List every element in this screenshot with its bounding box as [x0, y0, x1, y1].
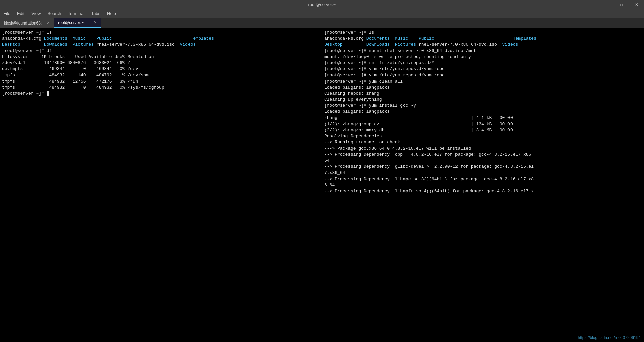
- menu-item-terminal[interactable]: Terminal: [65, 9, 88, 18]
- command: vim /etc/yum.repos.d/yum.repo: [366, 72, 445, 78]
- prompt: [root@server ~]#: [2, 30, 44, 35]
- menu-item-help[interactable]: Help: [104, 9, 119, 18]
- title-bar: root@server:~ ─ □ ✕: [0, 0, 644, 9]
- terminal-line: [root@server ~]#: [2, 91, 320, 97]
- prompt: [root@server ~]#: [324, 60, 366, 65]
- terminal-line: tmpfs 484932 140 484792 1% /dev/shm: [2, 72, 320, 78]
- terminal-line: mount: /dev/loop0 is write-protected, mo…: [324, 54, 642, 60]
- terminals-container: [root@server ~]# lsanaconda-ks.cfg Docum…: [0, 28, 644, 342]
- command: ls: [44, 30, 52, 35]
- terminal-panel-left[interactable]: [root@server ~]# lsanaconda-ks.cfg Docum…: [0, 28, 322, 342]
- directory-link: Downloads: [44, 42, 67, 47]
- command: df: [44, 48, 52, 53]
- terminal-line: anaconda-ks.cfg Documents Music Public T…: [2, 36, 320, 42]
- directory-link: Music: [73, 36, 86, 41]
- cursor: [47, 91, 49, 96]
- directory-link: Downloads: [366, 42, 390, 47]
- prompt: [root@server ~]#: [324, 72, 366, 78]
- terminal-content-right: [root@server ~]# lsanaconda-ks.cfg Docum…: [322, 28, 644, 342]
- menu-bar: FileEditViewSearchTerminalTabsHelp: [0, 9, 644, 18]
- prompt: [root@server ~]#: [324, 103, 366, 108]
- terminal-line: [root@server ~]# ls: [324, 30, 642, 36]
- directory-link: Pictures: [73, 42, 94, 47]
- terminal-line: Resolving Dependencies: [324, 133, 642, 139]
- directory-link: Pictures: [395, 42, 416, 47]
- command: ls: [366, 30, 374, 35]
- terminal-line: --> Processing Dependency: libmpfr.so.4(…: [324, 188, 642, 194]
- terminal-panel-right[interactable]: [root@server ~]# lsanaconda-ks.cfg Docum…: [322, 28, 644, 342]
- terminal-line: anaconda-ks.cfg Documents Music Public T…: [324, 36, 642, 42]
- terminal-line: Cleaning up everything: [324, 97, 642, 103]
- terminal-line: [root@server ~]# yum clean all: [324, 79, 642, 85]
- window-controls: ─ □ ✕: [599, 0, 644, 9]
- menu-item-file[interactable]: File: [0, 9, 14, 18]
- terminal-line: 64: [324, 158, 642, 164]
- tab-bar: kiosk@foundation68:~✕root@server:~✕: [0, 18, 644, 28]
- prompt: [root@server ~]#: [324, 66, 366, 71]
- terminal-line: [root@server ~]# rm -fr /etc/yum.repos.d…: [324, 60, 642, 66]
- terminal-line: --> Processing Dependency: cpp = 4.8.2-1…: [324, 152, 642, 158]
- terminal-line: [root@server ~]# yum install gcc -y: [324, 103, 642, 109]
- terminal-line: [root@server ~]# vim /etc/yum.repos.d/yu…: [324, 72, 642, 78]
- command: mount rhel-server-7.0-x86_64-dvd.iso /mn…: [366, 48, 476, 53]
- prompt: [root@server ~]#: [2, 48, 44, 53]
- command: [44, 91, 47, 96]
- tab-label-tab1: kiosk@foundation68:~: [4, 21, 44, 26]
- terminal-line: --> Processing Dependency: libmpc.so.3()…: [324, 176, 642, 182]
- directory-link: Music: [395, 36, 408, 41]
- terminal-line: zhang | 4.1 kB 00:00: [324, 115, 642, 121]
- terminal-line: Cleaning repos: zhang: [324, 91, 642, 97]
- terminal-line: devtmpfs 469344 0 469344 0% /dev: [2, 66, 320, 72]
- terminal-line: Filesystem 1K-blocks Used Available Use%…: [2, 54, 320, 60]
- directory-link: Videos: [180, 42, 196, 47]
- terminal-content-left: [root@server ~]# lsanaconda-ks.cfg Docum…: [0, 28, 322, 342]
- directory-link: Documents: [366, 36, 390, 41]
- minimize-button[interactable]: ─: [599, 0, 614, 9]
- terminal-line: --> Processing Dependency: glibc-devel >…: [324, 164, 642, 170]
- terminal-line: 7.x86_64: [324, 170, 642, 176]
- terminal-line: [root@server ~]# ls: [2, 30, 320, 36]
- terminal-line: tmpfs 484932 12756 472176 3% /run: [2, 79, 320, 85]
- prompt: [root@server ~]#: [324, 79, 366, 84]
- terminal-line: tmpfs 484932 0 484932 0% /sys/fs/cgroup: [2, 85, 320, 91]
- command: vim /etc/yum.repos.d/yum.repo: [366, 66, 445, 71]
- menu-item-edit[interactable]: Edit: [14, 9, 28, 18]
- tab-close-tab2[interactable]: ✕: [91, 20, 97, 25]
- terminal-line: Desktop Downloads Pictures rhel-server-7…: [2, 42, 320, 48]
- directory-link: Desktop: [324, 42, 343, 47]
- terminal-line: Loaded plugins: langpacks: [324, 85, 642, 91]
- tab-tab2[interactable]: root@server:~✕: [54, 18, 101, 28]
- directory-link: Videos: [502, 42, 518, 47]
- watermark: https://blog.csdn.net/m0_37206194: [578, 335, 641, 340]
- maximize-button[interactable]: □: [614, 0, 629, 9]
- directory-link: Public: [419, 36, 434, 41]
- command: yum clean all: [366, 79, 403, 84]
- menu-item-view[interactable]: View: [28, 9, 44, 18]
- close-button[interactable]: ✕: [629, 0, 644, 9]
- terminal-line: ---> Package gcc.x86_64 0:4.8.2-16.el7 w…: [324, 146, 642, 152]
- window-title: root@server:~: [308, 2, 336, 7]
- menu-item-search[interactable]: Search: [44, 9, 64, 18]
- directory-link: Templates: [513, 36, 536, 41]
- terminal-line: Desktop Downloads Pictures rhel-server-7…: [324, 42, 642, 48]
- tab-close-tab1[interactable]: ✕: [44, 21, 50, 25]
- directory-link: Desktop: [2, 42, 20, 47]
- command: rm -fr /etc/yum.repos.d/*: [366, 60, 434, 65]
- prompt: [root@server ~]#: [324, 30, 366, 35]
- directory-link: Documents: [44, 36, 67, 41]
- prompt: [root@server ~]#: [2, 91, 44, 96]
- tab-tab1[interactable]: kiosk@foundation68:~✕: [0, 18, 54, 28]
- terminal-line: [root@server ~]# vim /etc/yum.repos.d/yu…: [324, 66, 642, 72]
- directory-link: Public: [96, 36, 112, 41]
- terminal-line: Loaded plugins: langpacks: [324, 109, 642, 115]
- terminal-line: /dev/vda1 10473900 6840876 3633024 66% /: [2, 60, 320, 66]
- command: yum install gcc -y: [366, 103, 416, 108]
- menu-item-tabs[interactable]: Tabs: [88, 9, 104, 18]
- terminal-line: (2/2): zhang/primary_db | 3.4 MB 00:00: [324, 127, 642, 133]
- terminal-line: [root@server ~]# df: [2, 48, 320, 54]
- prompt: [root@server ~]#: [324, 48, 366, 53]
- terminal-line: --> Running transaction check: [324, 139, 642, 145]
- terminal-line: (1/2): zhang/group_gz | 134 kB 00:00: [324, 121, 642, 127]
- terminal-line: [root@server ~]# mount rhel-server-7.0-x…: [324, 48, 642, 54]
- tab-label-tab2: root@server:~: [58, 20, 84, 25]
